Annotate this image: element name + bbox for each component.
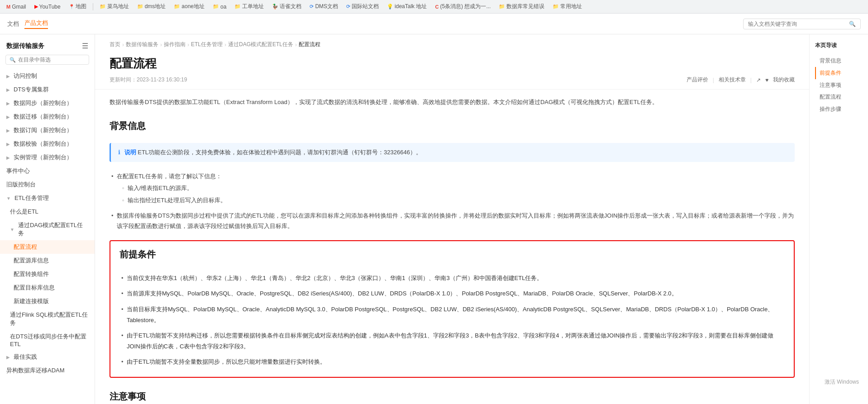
sidebar-item-label: 访问控制	[14, 72, 37, 80]
ideatalk-tab[interactable]: 💡 ideaTalk 地址	[384, 2, 429, 11]
maps-tab[interactable]: 📍 地图	[66, 2, 89, 11]
maps-label: 地图	[76, 3, 86, 10]
toc-item-background[interactable]: 背景信息	[815, 55, 863, 67]
sidebar-item-etl-mgmt[interactable]: ▼ ETL任务管理	[0, 191, 95, 205]
ticket-tab[interactable]: 📁 工单地址	[232, 2, 267, 11]
content-area: 首页 › 数据传输服务 › 操作指南 › ETL任务管理 › 通过DAG模式配置…	[95, 34, 809, 404]
dms-label: dms地址	[145, 3, 166, 10]
sidebar-item-config-source[interactable]: 配置源库信息	[0, 254, 95, 267]
caoniao-tab[interactable]: 📁 菜鸟地址	[97, 2, 132, 11]
sidebar-item-access-control[interactable]: ▶ 访问控制	[0, 69, 95, 83]
gmail-tab[interactable]: M Gmail	[4, 3, 29, 11]
sidebar-item-dts-etl[interactable]: 在DTS迁移或同步任务中配置ETL	[0, 330, 95, 350]
sidebar-item-label: 配置目标库信息	[14, 284, 55, 292]
notice-text: ETL功能在公测阶段，支持免费体验，如在体验过程中遇到问题，请加钉钉群沟通（钉钉…	[138, 149, 422, 156]
intro-text: 数据传输服务DTS提供的数据加工功能ETL（Extract Transform …	[110, 97, 795, 107]
toc-item-steps[interactable]: 操作步骤	[815, 103, 863, 115]
breadcrumb-current: 配置流程	[299, 41, 320, 48]
product-review-link[interactable]: 产品评价	[687, 76, 708, 84]
sidebar-item-data-subscribe[interactable]: ▶ 数据订阅（新控制台）	[0, 124, 95, 137]
arrow-icon: ▶	[6, 87, 10, 92]
sidebar-item-label: 旧版控制台	[6, 181, 36, 189]
main-layout: 数据传输服务 ☰ 🔍 ▶ 访问控制 ▶ DTS专属集群 ▶ 数据同步（新控制台）…	[0, 34, 868, 404]
sidebar-item-event-center[interactable]: 事件中心	[0, 164, 95, 178]
sidebar-item-label: 数据同步（新控制台）	[14, 99, 72, 107]
product-doc-nav-item[interactable]: 产品文档	[24, 19, 48, 29]
intl-tab[interactable]: ⟳ 国际站文档	[343, 2, 382, 11]
sidebar-item-label: 实例管理（新控制台）	[14, 153, 72, 162]
arrow-icon: ▼	[10, 227, 14, 232]
breadcrumb-dag-etl[interactable]: 通过DAG模式配置ETL任务	[228, 41, 293, 48]
sidebar-item-label: 配置转换组件	[14, 270, 49, 278]
sidebar-search-box[interactable]: 🔍	[5, 55, 89, 65]
sidebar-item-dts-cluster[interactable]: ▶ DTS专属集群	[0, 83, 95, 96]
sidebar-item-data-verify[interactable]: ▶ 数据校验（新控制台）	[0, 137, 95, 151]
toc-item-config-flow[interactable]: 配置流程	[815, 91, 863, 103]
like-icon[interactable]: ♥	[765, 77, 768, 83]
sidebar-item-dag-etl[interactable]: ▼ 通过DAG模式配置ETL任务	[0, 219, 95, 240]
search-icon[interactable]: 🔍	[849, 21, 856, 27]
sidebar-item-old-console[interactable]: 旧版控制台	[0, 178, 95, 191]
prerequisites-list: 当前仅支持在华东1（杭州）、华东2（上海）、华北1（青岛）、华北2（北京）、华北…	[119, 271, 785, 369]
page-meta-actions: 产品评价 | 相关技术章 | ↗ ♥ 我的收藏	[687, 76, 795, 84]
oa-tab[interactable]: 📁 oa	[210, 3, 229, 11]
background-list-item-2: 数据库传输服务DTS为数据同步过程中提供了流式的ETL功能，您可以在源库和目标库…	[110, 209, 795, 233]
folder-icon-5: 📁	[234, 4, 241, 10]
meta-divider-2: |	[750, 77, 752, 83]
common-addr-tab[interactable]: 📁 常用地址	[550, 2, 585, 11]
youtube-tab[interactable]: ▶ YouTube	[32, 3, 63, 11]
sidebar-search-input[interactable]	[18, 57, 85, 63]
prerequisites-section: 前提条件 当前仅支持在华东1（杭州）、华东2（上海）、华北1（青岛）、华北2（北…	[110, 240, 795, 377]
arrow-icon: ▶	[6, 155, 10, 160]
breadcrumb-sep-4: ›	[224, 42, 226, 48]
sidebar-item-adam[interactable]: 异构数据库还移ADAM	[0, 364, 95, 377]
sidebar-item-config-target[interactable]: 配置目标库信息	[0, 281, 95, 295]
sidebar-item-label: 配置源库信息	[14, 257, 49, 265]
ideatalk-label: ideaTalk 地址	[395, 3, 427, 10]
toc-item-prerequisites[interactable]: 前提条件	[815, 67, 863, 79]
search-input[interactable]	[748, 21, 847, 27]
breadcrumb-home[interactable]: 首页	[110, 41, 120, 48]
sidebar-item-data-sync[interactable]: ▶ 数据同步（新控制台）	[0, 96, 95, 110]
sidebar: 数据传输服务 ☰ 🔍 ▶ 访问控制 ▶ DTS专属集群 ▶ 数据同步（新控制台）…	[0, 34, 95, 404]
sidebar-header: 数据传输服务 ☰	[0, 39, 95, 55]
breadcrumb-dts[interactable]: 数据传输服务	[126, 41, 158, 48]
prereq-item-1: 当前仅支持在华东1（杭州）、华东2（上海）、华北1（青岛）、华北2（北京）、华北…	[119, 271, 785, 286]
sidebar-item-label: ETL任务管理	[14, 194, 49, 202]
page-header: 配置流程 更新时间：2023-11-23 16:30:19 产品评价 | 相关技…	[95, 52, 809, 90]
sidebar-item-what-etl[interactable]: 什么是ETL	[0, 205, 95, 219]
right-toc: 本页导读 背景信息 前提条件 注意事项 配置流程 操作步骤	[809, 34, 868, 404]
aone-tab[interactable]: 📁 aone地址	[171, 2, 207, 11]
related-tech-link[interactable]: 相关技术章	[719, 76, 746, 84]
sidebar-item-flink-etl[interactable]: 通过Flink SQL模式配置ETL任务	[0, 308, 95, 330]
dms-tab[interactable]: 📁 dms地址	[134, 2, 169, 11]
breadcrumb: 首页 › 数据传输服务 › 操作指南 › ETL任务管理 › 通过DAG模式配置…	[95, 34, 809, 52]
csdn-tab[interactable]: C (5条消息) 想成为一...	[432, 2, 493, 11]
favorites-link[interactable]: 我的收藏	[773, 76, 795, 84]
arrow-icon: ▶	[6, 101, 10, 106]
notice-icon: ℹ	[118, 149, 120, 156]
breadcrumb-etl-mgmt[interactable]: ETL任务管理	[191, 41, 223, 48]
sidebar-item-data-migrate[interactable]: ▶ 数据迁移（新控制台）	[0, 110, 95, 124]
dms-doc-tab[interactable]: ⟳ DMS文档	[307, 2, 341, 11]
sidebar-item-best-practice[interactable]: ▶ 最佳实践	[0, 350, 95, 364]
sidebar-item-new-connection[interactable]: 新建连接模版	[0, 295, 95, 308]
folder-icon-4: 📁	[213, 4, 219, 10]
sidebar-item-instance-mgmt[interactable]: ▶ 实例管理（新控制台）	[0, 151, 95, 164]
notes-section: 注意事项	[110, 390, 795, 404]
sidebar-title: 数据传输服务	[6, 42, 44, 50]
sidebar-menu-icon[interactable]: ☰	[82, 42, 88, 50]
sidebar-item-config-flow[interactable]: 配置流程	[0, 240, 95, 254]
share-icon[interactable]: ↗	[756, 77, 761, 83]
sub-item-1: 输入/维表指ETL的源库。	[117, 182, 795, 194]
sidebar-item-label: 通过Flink SQL模式配置ETL任务	[10, 311, 88, 327]
db-error-tab[interactable]: 📁 数据库常见错误	[496, 2, 547, 11]
breadcrumb-ops[interactable]: 操作指南	[164, 41, 186, 48]
yuque-tab[interactable]: 🦆 语雀文档	[269, 2, 304, 11]
sidebar-item-config-transform[interactable]: 配置转换组件	[0, 267, 95, 281]
doc-nav-item[interactable]: 文档	[7, 20, 19, 28]
prereq-item-2: 当前源库支持MySQL、PolarDB MySQL、Oracle、Postgre…	[119, 286, 785, 301]
search-box[interactable]: 🔍	[743, 19, 861, 29]
toc-item-notes[interactable]: 注意事项	[815, 79, 863, 91]
sidebar-item-label: 新建连接模版	[14, 297, 49, 305]
